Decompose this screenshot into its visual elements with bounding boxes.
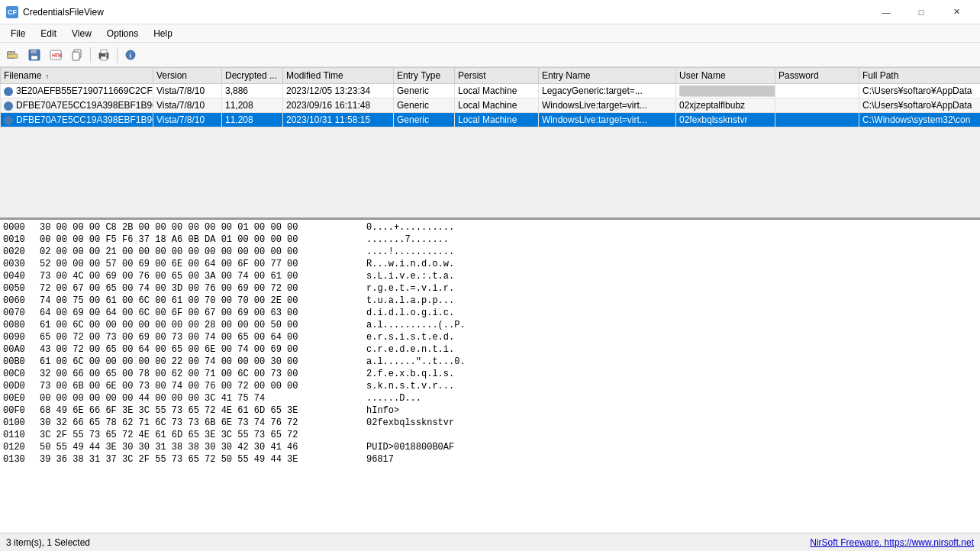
hex-addr: 0110 [3, 429, 37, 441]
hex-row: 00E000 00 00 00 00 00 44 00 00 00 3C 41 … [0, 392, 980, 404]
col-header-modified[interactable]: Modified Time [283, 68, 394, 84]
export-html-button[interactable]: H T M [46, 45, 66, 65]
hex-row: 00D073 00 6B 00 6E 00 73 00 74 00 76 00 … [0, 380, 980, 392]
hex-row: 006074 00 75 00 61 00 6C 00 61 00 70 00 … [0, 295, 980, 307]
properties-icon: i [124, 49, 137, 61]
cell-persist: Local Machine [455, 113, 539, 127]
hex-ascii: s.L.i.v.e.:.t.a. [366, 270, 454, 282]
cell-version: Vista/7/8/10 [153, 98, 222, 113]
hex-row: 00C032 00 66 00 65 00 78 00 62 00 71 00 … [0, 368, 980, 380]
hex-addr: 0000 [3, 221, 37, 234]
save-button[interactable] [24, 45, 44, 65]
row-icon [4, 116, 13, 125]
menu-bar: File Edit View Options Help [0, 24, 980, 43]
menu-help[interactable]: Help [146, 25, 180, 42]
open-button[interactable] [3, 45, 23, 65]
svg-text:i: i [130, 52, 132, 60]
col-header-version[interactable]: Version [153, 68, 222, 84]
col-header-username[interactable]: User Name [676, 68, 775, 84]
svg-rect-9 [73, 52, 79, 60]
row-icon [4, 102, 13, 111]
hex-ascii: e.r.s.i.s.t.e.d. [366, 331, 454, 343]
hex-bytes: 74 00 75 00 61 00 6C 00 61 00 70 00 70 0… [40, 295, 360, 307]
cell-fullpath: C:\Windows\system32\con [859, 113, 981, 127]
hex-row: 010030 32 66 65 78 62 71 6C 73 73 6B 6E … [0, 417, 980, 429]
export-html-icon: H T M [50, 49, 62, 61]
copy-icon [71, 49, 83, 61]
svg-rect-3 [31, 56, 37, 60]
svg-rect-13 [105, 54, 107, 56]
cell-decrypted: 11,208 [222, 113, 283, 127]
hex-addr: 0100 [3, 417, 37, 429]
hex-addr: 0060 [3, 295, 37, 307]
menu-options[interactable]: Options [99, 25, 146, 42]
status-nirsoft-link[interactable]: NirSoft Freeware. https://www.nirsoft.ne… [810, 537, 974, 548]
status-bar: 3 item(s), 1 Selected NirSoft Freeware. … [0, 533, 980, 551]
hex-bytes: 73 00 6B 00 6E 00 73 00 74 00 76 00 72 0… [40, 380, 360, 392]
hex-bytes: 39 36 38 31 37 3C 2F 55 73 65 72 50 55 4… [40, 453, 360, 466]
col-header-entrytype[interactable]: Entry Type [394, 68, 455, 84]
hex-addr: 00E0 [3, 392, 37, 404]
cell-entrytype: Generic [394, 84, 455, 98]
svg-rect-11 [101, 50, 107, 53]
hex-addr: 00B0 [3, 356, 37, 368]
hex-ascii: t.u.a.l.a.p.p... [366, 295, 454, 307]
hex-addr: 0050 [3, 282, 37, 295]
col-header-entryname[interactable]: Entry Name [539, 68, 676, 84]
table-header-row: Filename ↑ Version Decrypted ... Modifie… [1, 68, 981, 84]
properties-button[interactable]: i [121, 45, 140, 65]
hex-addr: 00C0 [3, 368, 37, 380]
hex-bytes: 52 00 00 00 57 00 69 00 6E 00 64 00 6F 0… [40, 258, 360, 270]
hex-row: 007064 00 69 00 64 00 6C 00 6F 00 67 00 … [0, 307, 980, 319]
cell-version: Vista/7/8/10 [153, 113, 222, 127]
hex-row: 004073 00 4C 00 69 00 76 00 65 00 3A 00 … [0, 270, 980, 282]
sort-arrow-filename: ↑ [46, 72, 50, 80]
hex-bytes: 3C 2F 55 73 65 72 4E 61 6D 65 3E 3C 55 7… [40, 429, 360, 441]
hex-bytes: 50 55 49 44 3E 30 30 31 38 38 30 30 42 3… [40, 441, 360, 453]
menu-view[interactable]: View [64, 25, 99, 42]
hex-bytes: 65 00 72 00 73 00 69 00 73 00 74 00 65 0… [40, 331, 360, 343]
menu-file[interactable]: File [3, 25, 33, 42]
col-header-password[interactable]: Password [775, 68, 859, 84]
hex-ascii: a.l..........(..P. [366, 319, 466, 331]
hex-ascii: 02fexbqlssknstvr [366, 417, 454, 429]
copy-button[interactable] [67, 45, 87, 65]
hex-area: 000030 00 00 00 C8 2B 00 00 00 00 00 00 … [0, 220, 980, 533]
hex-ascii: d.i.d.l.o.g.i.c. [366, 307, 454, 319]
print-button[interactable] [94, 45, 114, 65]
hex-row: 002002 00 00 00 21 00 00 00 00 00 00 00 … [0, 246, 980, 258]
col-header-filename[interactable]: Filename ↑ [1, 68, 153, 84]
hex-bytes: 43 00 72 00 65 00 64 00 65 00 6E 00 74 0… [40, 343, 360, 356]
cell-filename: 3E20AEFB55E7190711669C2CFB5... [1, 84, 153, 98]
cell-modified: 2023/09/16 16:11:48 [283, 98, 394, 113]
cell-entryname: LegacyGeneric:target=... [539, 84, 676, 98]
window-title: CredentialsFileView [23, 7, 869, 18]
svg-rect-2 [31, 50, 37, 53]
hex-bytes: 68 49 6E 66 6F 3E 3C 55 73 65 72 4E 61 6… [40, 404, 360, 417]
cell-fullpath: C:\Users¥softaro¥AppData [859, 84, 981, 98]
table-row[interactable]: DFBE70A7E5CC19A398EBF1B968... Vista/7/8/… [1, 98, 981, 113]
hex-row: 009065 00 72 00 73 00 69 00 73 00 74 00 … [0, 331, 980, 343]
hex-ascii: R...w.i.n.d.o.w. [366, 258, 454, 270]
hex-bytes: 61 00 6C 00 00 00 00 00 22 00 74 00 00 0… [40, 356, 360, 368]
col-header-decrypted[interactable]: Decrypted ... [222, 68, 283, 84]
col-header-fullpath[interactable]: Full Path [859, 68, 981, 84]
cell-modified: 2023/12/05 13:23:34 [283, 84, 394, 98]
cell-entryname: WindowsLive:target=virt... [539, 113, 676, 127]
cell-persist: Local Machine [455, 84, 539, 98]
table-row[interactable]: 3E20AEFB55E7190711669C2CFB5... Vista/7/8… [1, 84, 981, 98]
hex-ascii: r.g.e.t.=.v.i.r. [366, 282, 454, 295]
cell-username: 02xjzeptalflbubz [676, 98, 775, 113]
close-button[interactable]: ✕ [939, 0, 974, 24]
minimize-button[interactable]: — [869, 0, 904, 24]
maximize-button[interactable]: □ [904, 0, 939, 24]
table-row[interactable]: DFBE70A7E5CC19A398EBF1B968... Vista/7/8/… [1, 113, 981, 127]
hex-bytes: 00 00 00 00 00 00 44 00 00 00 3C 41 75 7… [40, 392, 360, 404]
hex-ascii: c.r.e.d.e.n.t.i. [366, 343, 454, 356]
svg-rect-12 [101, 56, 107, 60]
hex-ascii: hInfo> [366, 404, 399, 417]
col-header-persist[interactable]: Persist [455, 68, 539, 84]
menu-edit[interactable]: Edit [33, 25, 64, 42]
hex-row: 00B061 00 6C 00 00 00 00 00 22 00 74 00 … [0, 356, 980, 368]
hex-addr: 0080 [3, 319, 37, 331]
